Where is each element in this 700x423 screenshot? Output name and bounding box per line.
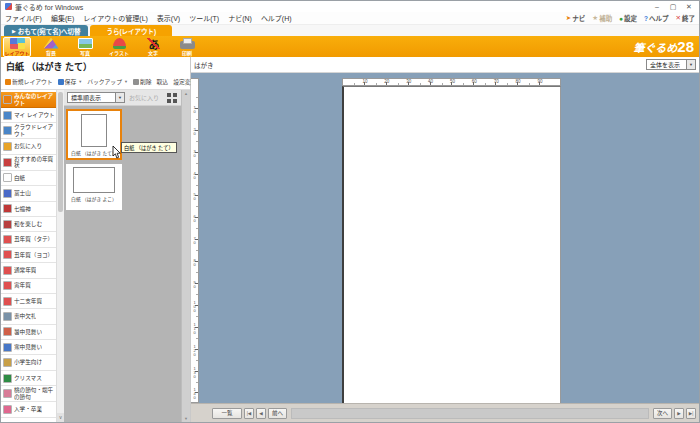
page-title: 白紙 （はがき たて） bbox=[1, 57, 190, 75]
ruler-tick: 70 bbox=[191, 218, 198, 240]
next-button[interactable]: 次へ bbox=[653, 408, 672, 419]
ruler-tick: 60 bbox=[191, 196, 198, 218]
scroll-down-icon[interactable]: ∨ bbox=[57, 413, 64, 422]
list-view-button[interactable]: 一覧 bbox=[212, 408, 242, 419]
horizontal-scrollbar[interactable] bbox=[291, 408, 649, 419]
panel-toolbar-button[interactable]: バックアップ ▼ bbox=[87, 77, 128, 86]
category-sidebar: みんなのレイアウト マイ レイアウト クラウドレイアウト bbox=[1, 90, 56, 422]
category-icon bbox=[3, 158, 12, 167]
quick-button[interactable]: ★ 補助 bbox=[592, 13, 612, 23]
panel-toolbar-button[interactable]: 新規レイアウト bbox=[5, 77, 53, 86]
list-scrollbar[interactable] bbox=[181, 90, 190, 422]
paper-type-label: はがき bbox=[194, 60, 646, 70]
category-item[interactable]: 和を楽しむ bbox=[1, 217, 56, 232]
ruler-tick: 10 bbox=[343, 79, 365, 85]
layout-thumbnail[interactable]: 白紙 （はがき よこ） bbox=[66, 164, 122, 210]
menu-item[interactable]: レイアウトの管理(L) bbox=[83, 13, 148, 23]
ribbon-button[interactable]: 印刷 bbox=[173, 37, 201, 57]
category-scrollbar[interactable]: ∨ bbox=[56, 90, 64, 422]
category-item[interactable]: 小学生向け bbox=[1, 355, 56, 370]
quick-button-icon: ✕ bbox=[676, 14, 681, 22]
zoom-select[interactable]: 全体を表示 bbox=[646, 59, 696, 70]
category-item[interactable]: 丑年賀（タテ） bbox=[1, 232, 56, 247]
category-label: 和を楽しむ bbox=[14, 221, 42, 228]
ruler-tick: 130 bbox=[191, 350, 198, 372]
quick-button[interactable]: ● 設定 bbox=[619, 13, 637, 23]
quick-button-label: 補助 bbox=[599, 13, 612, 23]
category-label: お気に入り bbox=[14, 143, 42, 150]
ribbon-button[interactable]: 文字 bbox=[139, 37, 167, 57]
first-layout-button[interactable]: |◀ bbox=[244, 408, 254, 419]
category-icon bbox=[3, 95, 12, 104]
category-item[interactable]: おすすめの年賀状 bbox=[1, 155, 56, 171]
category-item[interactable]: お気に入り bbox=[1, 139, 56, 154]
sort-order-select[interactable]: 標準順表示 bbox=[67, 92, 125, 103]
ribbon-button-icon bbox=[113, 38, 126, 49]
ruler-tick: 90 bbox=[518, 79, 540, 85]
quick-button[interactable]: ➤ ナビ bbox=[566, 13, 585, 23]
ribbon-button[interactable]: 背景 bbox=[37, 37, 65, 57]
category-label: おすすめの年賀状 bbox=[14, 156, 55, 169]
category-label: 通常年賀 bbox=[14, 267, 36, 274]
minimize-button[interactable]: – bbox=[649, 2, 665, 12]
zoom-select-value: 全体を表示 bbox=[647, 60, 686, 69]
category-item[interactable]: みんなのレイアウト bbox=[1, 92, 56, 108]
ribbon-button[interactable]: レイアウト bbox=[3, 37, 31, 57]
menu-item[interactable]: 編集(E) bbox=[51, 13, 74, 23]
quick-button[interactable]: ? ヘルプ bbox=[644, 13, 668, 23]
category-item[interactable]: 十二支年賀 bbox=[1, 294, 56, 309]
postcard-page[interactable] bbox=[342, 86, 561, 403]
ribbon-button-label: 写真 bbox=[80, 50, 90, 56]
category-item[interactable]: 寒中見舞い bbox=[1, 340, 56, 355]
panel-toolbar-button[interactable]: 取込 bbox=[157, 77, 169, 86]
menu-item[interactable]: ナビ(N) bbox=[228, 13, 252, 23]
ribbon-button[interactable]: イラスト bbox=[105, 37, 133, 57]
next-one-button[interactable]: ▶ bbox=[674, 408, 684, 419]
quick-button[interactable]: ✕ 終了 bbox=[676, 13, 695, 23]
chevron-down-icon[interactable] bbox=[686, 60, 695, 69]
category-item[interactable]: クリスマス bbox=[1, 371, 56, 386]
category-item[interactable]: 白紙 bbox=[1, 171, 56, 186]
category-icon bbox=[3, 173, 12, 182]
app-logo: 筆ぐるめ28 bbox=[634, 38, 694, 56]
ruler-tick: 30 bbox=[387, 79, 409, 85]
category-item[interactable]: 暑中見舞い bbox=[1, 325, 56, 340]
tab-back-layout[interactable]: うら(レイアウト) bbox=[90, 25, 172, 36]
category-item[interactable]: 寅年賀 bbox=[1, 279, 56, 294]
category-icon bbox=[3, 297, 12, 306]
category-item[interactable]: マイ レイアウト bbox=[1, 108, 56, 123]
category-item[interactable]: 富士山 bbox=[1, 186, 56, 201]
previous-button[interactable]: 前へ bbox=[268, 408, 287, 419]
category-item[interactable]: 桃の節句・端午の節句 bbox=[1, 386, 56, 402]
category-icon bbox=[3, 327, 12, 336]
tab-front-address[interactable]: ▶ おもて(宛て名)へ切替 bbox=[4, 25, 88, 36]
panel-toolbar-button[interactable]: 削除 bbox=[133, 77, 152, 86]
category-label: 入学・卒業 bbox=[14, 406, 42, 413]
category-item[interactable]: 入学・卒業 bbox=[1, 402, 56, 417]
panel-toolbar-button[interactable]: 保存 ▼ bbox=[58, 77, 83, 86]
category-item[interactable]: クラウドレイアウト bbox=[1, 123, 56, 139]
panel-toolbar-button-label: 削除 bbox=[140, 77, 152, 86]
close-button[interactable]: ✕ bbox=[681, 2, 697, 12]
category-item[interactable]: 喪中欠礼 bbox=[1, 309, 56, 324]
scrollbar-thumb[interactable] bbox=[58, 92, 63, 212]
menu-item[interactable]: ファイル(F) bbox=[5, 13, 42, 23]
category-item[interactable]: 丑年賀（ヨコ） bbox=[1, 248, 56, 263]
previous-one-button[interactable]: ◀ bbox=[256, 408, 266, 419]
menu-item[interactable]: ヘルプ(H) bbox=[261, 13, 292, 23]
menu-item[interactable]: ツール(T) bbox=[189, 13, 219, 23]
category-item[interactable]: 通常年賀 bbox=[1, 263, 56, 278]
menu-item[interactable]: 表示(V) bbox=[157, 13, 180, 23]
quick-button-label: ヘルプ bbox=[649, 13, 669, 23]
category-item[interactable]: 七福神 bbox=[1, 202, 56, 217]
last-layout-button[interactable]: ▶| bbox=[686, 408, 696, 419]
maximize-button[interactable]: ▢ bbox=[665, 2, 681, 12]
ribbon-button[interactable]: 写真 bbox=[71, 37, 99, 57]
ruler-tick: 50 bbox=[431, 79, 453, 85]
category-icon bbox=[3, 142, 12, 151]
chevron-down-icon[interactable] bbox=[115, 93, 124, 102]
quick-button-icon: ➤ bbox=[566, 14, 571, 22]
category-label: 七福神 bbox=[14, 206, 31, 213]
grid-view-icon[interactable] bbox=[167, 93, 178, 103]
ruler-tick: 70 bbox=[474, 79, 496, 85]
